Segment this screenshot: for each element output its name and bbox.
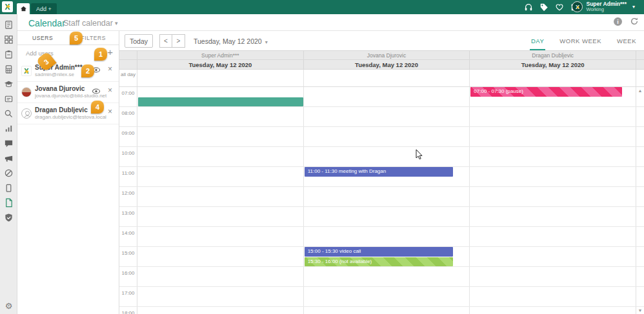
time-cell[interactable] (137, 267, 304, 286)
heart-icon[interactable] (555, 3, 564, 12)
calendar-event[interactable]: 15:00 - 15:30 video call (305, 247, 453, 257)
chat-icon[interactable] (4, 139, 14, 148)
calculator-icon[interactable] (4, 64, 14, 74)
info-icon[interactable]: i (614, 17, 622, 26)
prev-day-button[interactable]: < (159, 34, 172, 48)
refresh-icon[interactable] (630, 17, 639, 26)
notes-icon[interactable] (4, 20, 14, 30)
search-icon[interactable] (4, 109, 14, 119)
user-row-jovana[interactable]: Jovana Djurovic jovana.djurovic@bild-stu… (17, 82, 119, 103)
user-row-super-admin[interactable]: X Super Admin*** sadmin@nilex.se × (17, 61, 119, 82)
time-cell[interactable] (304, 187, 470, 206)
eye-icon[interactable] (92, 88, 101, 95)
time-row: 09:00 (119, 127, 644, 147)
security-icon[interactable] (4, 213, 14, 222)
time-cell[interactable] (470, 307, 636, 314)
time-cell[interactable] (137, 307, 304, 314)
scroll-up-icon[interactable]: ▲ (637, 88, 643, 93)
user-menu[interactable]: X Super Admin*** Working ▾ (572, 1, 635, 12)
time-row: 16:00 (119, 267, 644, 287)
add-tab[interactable]: Add + (31, 3, 57, 14)
announcements-icon[interactable] (4, 153, 14, 163)
time-cell[interactable] (137, 167, 304, 186)
close-icon[interactable]: × (108, 64, 112, 74)
time-cell[interactable] (137, 207, 304, 226)
calendar-event[interactable]: 07:00 - 07:30 (pause) (470, 87, 622, 97)
time-cell[interactable] (304, 127, 470, 146)
time-row: 13:00 (119, 207, 644, 227)
time-cell[interactable] (470, 147, 636, 166)
time-cell[interactable] (470, 267, 636, 286)
grid-body: 07:0008:0009:0010:0011:0012:0013:0014:00… (119, 87, 644, 314)
statistics-icon[interactable] (4, 124, 14, 133)
documents-icon[interactable] (4, 198, 14, 208)
add-user-button[interactable]: + (107, 46, 113, 57)
time-label: 11:00 (119, 167, 137, 186)
nilex-logo[interactable]: X (2, 1, 13, 12)
planner-icon[interactable] (4, 50, 14, 59)
view-tab-week[interactable]: WEEK (616, 35, 638, 50)
time-cell[interactable] (470, 207, 636, 226)
tag-icon[interactable] (539, 3, 548, 12)
tab-users[interactable]: USERS (17, 31, 68, 44)
calendar-selector[interactable]: Staff calendar (63, 19, 113, 28)
time-row: 10:00 (119, 147, 644, 167)
time-cell[interactable] (137, 107, 304, 126)
devices-icon[interactable] (4, 183, 14, 193)
time-cell[interactable] (470, 247, 636, 266)
headphones-icon[interactable] (524, 3, 533, 12)
time-cell[interactable] (470, 107, 636, 126)
time-cell[interactable] (470, 287, 636, 306)
time-cell[interactable] (470, 187, 636, 206)
time-cell[interactable] (304, 207, 470, 226)
chevron-down-icon[interactable]: ▾ (632, 4, 635, 10)
time-row: 18:00 (119, 307, 644, 314)
annotation-badge-4: 4 (91, 101, 104, 113)
time-cell[interactable] (137, 287, 304, 306)
all-day-cell[interactable] (137, 70, 304, 86)
time-label: 09:00 (119, 127, 137, 146)
time-cell[interactable] (470, 167, 636, 186)
time-cell[interactable] (304, 87, 470, 106)
column-date: Tuesday, May 12 2020 (137, 60, 304, 69)
time-cell[interactable] (470, 227, 636, 246)
close-icon[interactable]: × (108, 107, 112, 116)
apps-icon[interactable] (4, 35, 14, 44)
time-cell[interactable] (304, 107, 470, 126)
avatar: X (572, 1, 583, 12)
today-button[interactable]: Today (125, 34, 153, 48)
scroll-down-icon[interactable]: ▼ (637, 308, 643, 313)
next-day-button[interactable]: > (172, 34, 185, 48)
view-tab-day[interactable]: DAY (530, 35, 545, 50)
close-icon[interactable]: × (108, 86, 112, 95)
all-day-cell[interactable] (304, 70, 470, 86)
time-cell[interactable] (137, 147, 304, 166)
knowledge-card-icon[interactable] (4, 94, 14, 104)
calendar-event[interactable] (138, 97, 303, 107)
settings-gear-icon[interactable]: ⚙ (0, 301, 17, 311)
avatar: X (21, 66, 32, 76)
home-tab[interactable] (17, 3, 30, 14)
column-name: Jovana Djurovic (304, 51, 470, 59)
education-icon[interactable] (4, 79, 14, 89)
time-label: 14:00 (119, 227, 137, 246)
date-picker[interactable]: Tuesday, May 12 2020▾ (194, 37, 268, 45)
time-row: 14:00 (119, 227, 644, 247)
time-cell[interactable] (137, 247, 304, 266)
time-cell[interactable] (470, 127, 636, 146)
time-cell[interactable] (137, 187, 304, 206)
time-cell[interactable] (304, 287, 470, 306)
calendar-event[interactable]: 11:00 - 11:30 meeting with Dragan (305, 167, 453, 177)
column-name-header: Super Admin*** Jovana Djurovic Dragan Du… (119, 50, 644, 60)
calendar-event[interactable]: 15:30 - 16:00 (not available) (305, 257, 453, 267)
time-cell[interactable] (137, 227, 304, 246)
time-cell[interactable] (304, 147, 470, 166)
chevron-down-icon[interactable]: ▾ (115, 20, 118, 26)
all-day-cell[interactable] (470, 70, 636, 86)
time-cell[interactable] (304, 267, 470, 286)
time-cell[interactable] (304, 227, 470, 246)
blocked-icon[interactable] (4, 168, 14, 178)
time-cell[interactable] (304, 307, 470, 314)
time-cell[interactable] (137, 127, 304, 146)
view-tab-work-week[interactable]: WORK WEEK (558, 35, 603, 50)
